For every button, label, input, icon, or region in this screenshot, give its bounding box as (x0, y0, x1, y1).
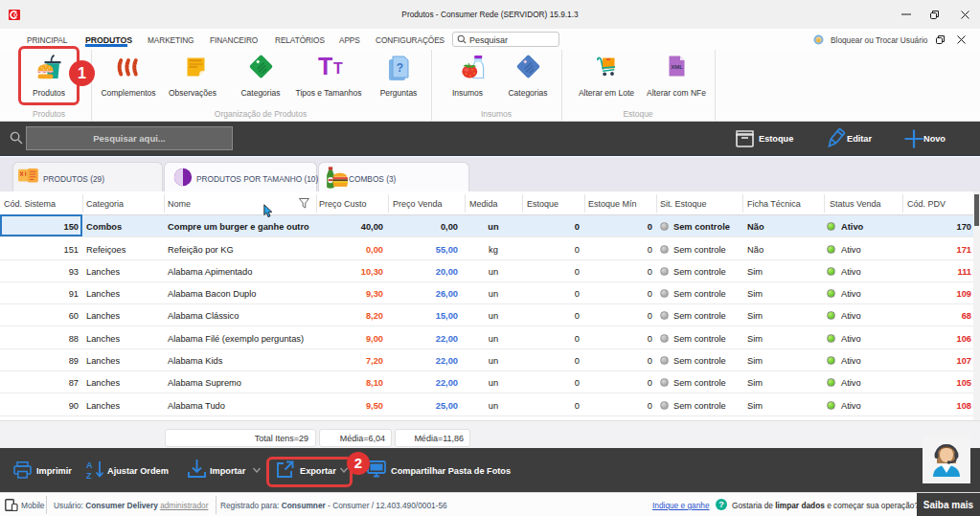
svg-text:Z: Z (86, 471, 92, 481)
svg-text:A: A (86, 460, 93, 470)
svg-text:XML: XML (671, 64, 683, 70)
svg-text:?: ? (397, 61, 403, 75)
